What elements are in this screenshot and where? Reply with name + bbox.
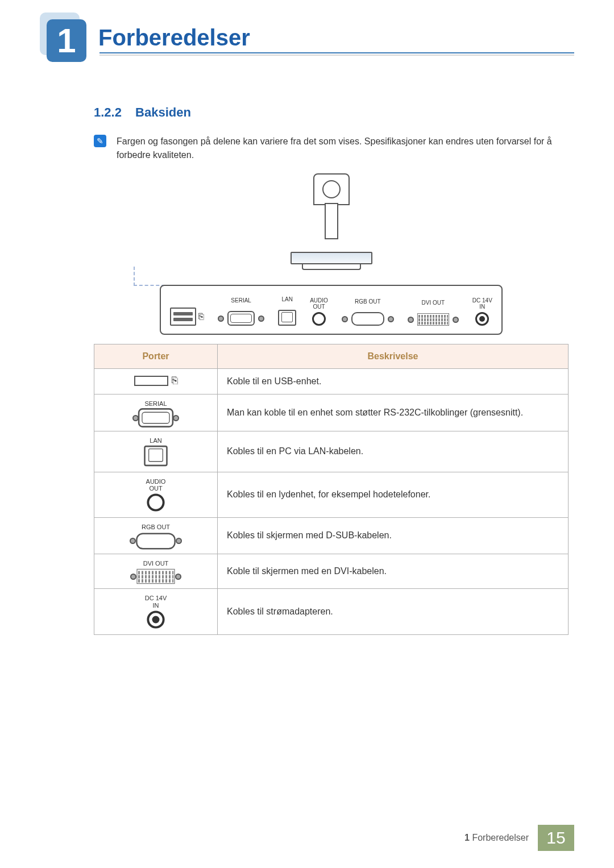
panel-rgb: RGB OUT — [342, 298, 394, 326]
footer-chapter-ref: 1 Forberedelser — [464, 833, 538, 843]
panel-usb: ⎘ — [170, 294, 204, 326]
table-row: SERIAL Man kan koble til en enhet som st… — [94, 394, 569, 431]
section-heading: 1.2.2 Baksiden — [94, 105, 569, 120]
table-desc: Kobles til en lydenhet, for eksempel hod… — [218, 472, 569, 517]
audio-jack-icon — [312, 312, 326, 326]
chapter-number: 1 — [47, 19, 86, 62]
chapter-header: 1 Forberedelser — [40, 13, 574, 67]
serial-port-icon — [132, 410, 179, 425]
panel-lan: LAN — [278, 296, 296, 326]
dc-jack-icon — [475, 312, 489, 326]
panel-dc: DC 14V IN — [472, 297, 492, 326]
content-area: 1.2.2 Baksiden ✎ Fargen og fasongen på d… — [94, 105, 569, 635]
table-row: ⎘ Koble til en USB-enhet. — [94, 369, 569, 394]
note-block: ✎ Fargen og fasongen på delene kan varie… — [94, 135, 569, 162]
section-number: 1.2.2 — [94, 105, 122, 119]
dvi-port-icon — [408, 313, 459, 326]
table-desc: Koble til skjermen med en DVI-kabelen. — [218, 554, 569, 589]
monitor-stand-icon — [306, 173, 357, 264]
note-text: Fargen og fasongen på delene kan variere… — [117, 135, 569, 162]
table-desc: Kobles til skjermen med D-SUB-kabelen. — [218, 518, 569, 554]
port-panel: ⎘ SERIAL LAN AUDIO OUT RGB OUT — [160, 285, 503, 335]
audio-jack-icon — [149, 496, 163, 509]
lan-port-icon — [147, 448, 165, 464]
ports-table: Porter Beskrivelse ⎘ Koble til en USB-en… — [94, 344, 569, 635]
page-footer: 1 Forberedelser 15 — [464, 825, 574, 851]
table-row: DC 14V IN Kobles til strømadapteren. — [94, 589, 569, 634]
dsub-port-icon — [130, 534, 182, 548]
table-desc: Man kan koble til en enhet som støtter R… — [218, 394, 569, 431]
section-title: Baksiden — [135, 105, 191, 119]
usb-port-icon: ⎘ — [134, 375, 178, 387]
panel-dvi: DVI OUT — [408, 300, 459, 326]
page-number: 15 — [538, 825, 574, 851]
usb-port-icon — [170, 308, 196, 326]
guide-line — [134, 267, 265, 286]
table-desc: Kobles til en PC via LAN-kabelen. — [218, 431, 569, 472]
lan-port-icon — [278, 310, 296, 326]
header-divider — [99, 52, 574, 56]
table-desc: Koble til en USB-enhet. — [218, 369, 569, 394]
rear-diagram: ⎘ SERIAL LAN AUDIO OUT RGB OUT — [94, 173, 569, 335]
serial-port-icon — [218, 311, 264, 326]
panel-audio: AUDIO OUT — [310, 297, 328, 326]
chapter-title: Forberedelser — [98, 13, 250, 51]
dvi-port-icon — [130, 570, 181, 583]
table-row: LAN Kobles til en PC via LAN-kabelen. — [94, 431, 569, 472]
panel-serial: SERIAL — [218, 297, 264, 326]
chapter-number-badge: 1 — [40, 13, 88, 67]
table-row: AUDIO OUT Kobles til en lydenhet, for ek… — [94, 472, 569, 517]
note-icon: ✎ — [94, 135, 106, 147]
dc-jack-icon — [149, 613, 163, 626]
table-desc: Kobles til strømadapteren. — [218, 589, 569, 634]
usb-symbol-icon: ⎘ — [198, 312, 204, 322]
table-row: DVI OUT Koble til skjermen med en DVI-ka… — [94, 554, 569, 589]
page: 1 Forberedelser 1.2.2 Baksiden ✎ Fargen … — [0, 0, 614, 868]
table-head-desc: Beskrivelse — [218, 344, 569, 369]
dsub-port-icon — [342, 312, 394, 326]
table-head-port: Porter — [94, 344, 218, 369]
table-row: RGB OUT Kobles til skjermen med D-SUB-ka… — [94, 518, 569, 554]
